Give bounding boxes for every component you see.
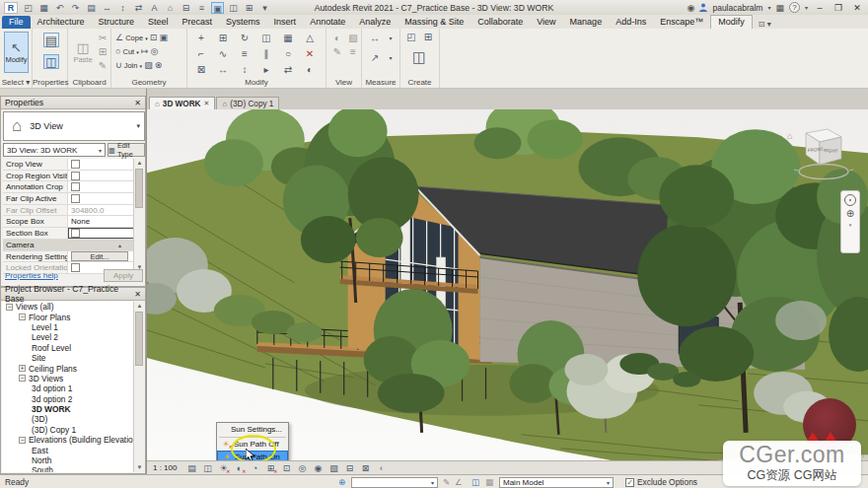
redo-icon[interactable]: ↷ [69,2,82,14]
model-3d-scene[interactable] [147,109,868,474]
viewcube-compass-ring[interactable] [799,165,848,179]
default-3d-view-icon[interactable]: ⌂ [164,2,177,14]
ribbon-tab-modify[interactable]: Modify [710,15,753,29]
displacement-icon[interactable]: ⊟ [342,462,356,474]
nudge-h-icon[interactable]: ↔ [212,62,234,78]
qat-dropdown-icon[interactable]: ▾ [258,2,271,14]
navbar-dropdown-icon[interactable]: ▾ [849,222,852,228]
tree-toggle-icon[interactable]: + [19,365,26,372]
match-type-icon[interactable]: ✎ [96,60,109,72]
ribbon-tab-file[interactable]: File [2,16,31,29]
steering-wheel-icon[interactable] [844,194,856,206]
design-option-dropdown[interactable]: Main Model▾ [499,477,614,488]
join-button[interactable]: ∪ Join ▾ ▨ ⊗ [115,60,162,70]
ribbon-tab-structure[interactable]: Structure [92,16,142,29]
temporary-hide-icon[interactable]: ◎ [295,462,309,474]
edit-type-button[interactable]: ▦ Edit Type [108,143,145,157]
user-dropdown-icon[interactable]: ▾ [767,4,770,11]
override-graphics-icon[interactable]: ✎ [330,46,344,58]
checkbox[interactable] [71,182,80,191]
scale-button[interactable]: 1 : 100 [151,463,182,472]
tree-item-3d[interactable]: (3D) [2,414,133,424]
worksets-icon[interactable]: ⊕ [338,477,345,487]
tree-item-3d-views[interactable]: −3D Views [2,374,133,383]
measure-distance-icon[interactable]: ↔ [368,33,382,44]
tree-item-ceiling-plans[interactable]: +Ceiling Plans [2,363,133,373]
mirror-icon[interactable]: ◫ [255,31,277,46]
viewcube-home-icon[interactable]: ⌂ [787,131,792,141]
reveal-constraints-icon[interactable]: ⊠ [358,462,372,474]
ribbon-tab-analyze[interactable]: Analyze [352,16,398,29]
checkbox[interactable] [71,194,80,203]
viewcube-right-face[interactable]: RIGHT [824,148,838,154]
tree-item-floor-plans[interactable]: −Floor Plans [2,312,133,321]
temporary-view-properties-icon[interactable]: ▧ [326,462,340,474]
exclude-options-checkbox[interactable]: ✓ [625,478,634,487]
tree-toggle-icon[interactable]: − [6,304,13,311]
detail-level-icon[interactable]: ▤ [184,462,198,474]
modify-tool-button[interactable]: ↖ Modify [4,32,29,73]
type-selector-dropdown-icon[interactable]: ▾ [136,122,140,130]
search-icon[interactable]: ◉ [687,3,695,13]
tree-item-level-2[interactable]: Level 2 [2,332,133,342]
aligned-dimension-icon[interactable]: ↕ [116,2,129,14]
tree-item-level-1[interactable]: Level 1 [2,322,133,332]
ribbon-tab-massing-site[interactable]: Massing & Site [398,16,470,29]
property-group-camera[interactable]: Camera▴ [3,240,135,251]
beam-joins-icon[interactable]: ▨ [144,60,153,70]
ribbon-tab-insert[interactable]: Insert [267,16,304,29]
scale-icon[interactable]: △ [299,31,321,46]
type-selector[interactable]: ⌂ 3D View ▾ [3,111,145,141]
create-similar-icon[interactable]: ◰ [404,32,418,43]
tree-item-roof-level[interactable]: Roof Level [2,343,133,353]
join-ends-icon[interactable]: ⇄ [277,62,299,78]
type-properties-icon[interactable]: ◫ [43,54,59,69]
shadows-icon[interactable]: ◐✕ [232,462,246,474]
help-dropdown-icon[interactable]: ▾ [805,4,808,11]
checkbox[interactable] [71,229,80,238]
rotate-icon[interactable]: ↻ [234,31,255,46]
close-button[interactable]: ✕ [850,3,864,13]
property-value-rendering-settings[interactable]: Edit... [68,251,135,262]
rendering-dialog-icon[interactable]: ◔ [248,462,261,474]
sun-path-icon[interactable]: ☀✕ [216,462,230,474]
editable-only-icon[interactable]: ✎ [443,477,450,487]
tree-item-3d-option-1[interactable]: 3d option 1 [2,383,133,393]
properties-help-link[interactable]: Properties help [5,271,58,280]
measure-icon[interactable]: ↔ [101,2,113,14]
editing-requests-icon[interactable]: ∠ [455,477,463,487]
paste-button[interactable]: ◫ Paste [72,32,94,73]
view-tab-3d-work[interactable]: ⌂ 3D WORK ✕ [149,97,215,109]
text-icon[interactable]: A [148,2,161,14]
context-dropdown-icon[interactable]: ⊡ ▾ [759,20,771,29]
view-tab-3d-copy-1[interactable]: ⌂ (3D) Copy 1 [216,97,279,109]
demolish-icon[interactable]: ↦ [141,46,149,56]
visual-style-icon[interactable]: ◫ [200,462,214,474]
ribbon-tab-precast[interactable]: Precast [176,16,220,29]
help-icon[interactable]: ? [789,2,800,13]
ribbon-tab-architecture[interactable]: Architecture [31,16,92,29]
edit-button[interactable]: Edit... [71,251,128,261]
property-value-scope-box[interactable]: None [68,216,135,227]
close-hidden-windows-icon[interactable]: ◫ [227,2,240,14]
tree-toggle-icon[interactable]: − [19,375,26,382]
undo-icon[interactable]: ↶ [53,2,66,14]
switch-windows-icon[interactable]: ⊞ [243,2,255,14]
ribbon-tab-collaborate[interactable]: Collaborate [470,16,530,29]
property-value-crop-view[interactable] [68,159,135,170]
project-browser-header[interactable]: Project Browser - C7_Practice Base ✕ [1,288,145,301]
tree-item-3d-option-2[interactable]: 3d option 2 [2,394,133,404]
cut-geometry-icon[interactable]: ⊡ [150,33,158,42]
zoom-icon[interactable]: ⊕ [846,209,854,219]
split-icon[interactable]: ∿ [212,46,234,62]
menu-item-sun-settings[interactable]: Sun Settings... [217,423,288,436]
properties-palette-icon[interactable]: ▤ [43,33,59,47]
collapse-icon[interactable]: ‹ [374,462,388,474]
tree-item-south[interactable]: South [2,465,133,472]
measure-dropdown-icon[interactable]: ▾ [384,33,398,44]
tree-toggle-icon[interactable]: − [19,437,26,444]
drawing-area[interactable]: ⌂ FRONT RIGHT ⊕ ▾ Sun Settings... [147,109,868,474]
properties-palette-header[interactable]: Properties ✕ [1,97,145,109]
tree-item-elevations-building-elevation[interactable]: −Elevations (Building Elevation) [2,435,133,445]
tree-item-east[interactable]: East [2,445,133,454]
